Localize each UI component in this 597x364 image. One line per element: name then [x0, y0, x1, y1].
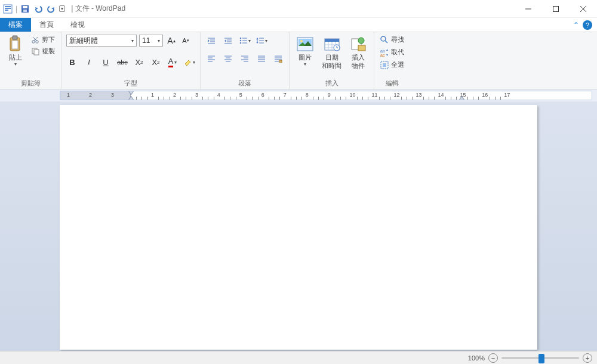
document-area [0, 101, 597, 352]
align-center-button[interactable] [222, 53, 234, 64]
tab-file[interactable]: 檔案 [0, 18, 31, 32]
ruler-area: 3211234567891011121314151617 [0, 90, 597, 101]
group-paragraph: ▾ ▾ 段落 [201, 32, 290, 89]
tab-home[interactable]: 首頁 [31, 18, 62, 32]
ribbon-tabs: 檔案 首頁 檢視 ⌃ ? [0, 18, 597, 32]
grow-font-button[interactable]: A▴ [165, 35, 177, 47]
justify-button[interactable] [256, 53, 267, 64]
group-paragraph-label: 段落 [205, 78, 284, 88]
svg-point-73 [358, 38, 364, 44]
selectall-button[interactable]: 全選 [379, 60, 405, 70]
increase-indent-button[interactable] [222, 35, 234, 47]
copy-button[interactable]: 複製 [30, 46, 56, 56]
bold-button[interactable]: B [66, 56, 78, 68]
hanging-indent-marker[interactable] [128, 95, 134, 100]
highlight-button[interactable]: ▾ [183, 56, 195, 68]
maximize-button[interactable] [542, 0, 570, 18]
replace-button[interactable]: abac 取代 [379, 47, 405, 57]
text-color-button[interactable]: A▾ [167, 56, 179, 68]
right-indent-marker[interactable] [459, 95, 464, 100]
close-button[interactable] [570, 0, 597, 18]
svg-rect-3 [5, 10, 8, 11]
replace-label: 取代 [391, 48, 404, 57]
qat-customize-dropdown[interactable]: ▾ [59, 5, 65, 12]
align-right-button[interactable] [239, 53, 251, 64]
chevron-down-icon: ▾ [304, 62, 306, 67]
document-page[interactable] [60, 105, 537, 350]
find-label: 尋找 [391, 35, 404, 44]
underline-button[interactable]: U [100, 56, 112, 68]
svg-rect-5 [23, 6, 27, 8]
svg-rect-1 [5, 6, 11, 7]
paste-icon [7, 36, 24, 53]
svg-point-75 [381, 36, 386, 41]
group-font-label: 字型 [66, 78, 195, 88]
group-font: 新細明體▾ 11▾ A▴ A▾ B I U abc X2 X2 A▾ ▾ 字型 [61, 32, 201, 89]
italic-button[interactable]: I [83, 56, 95, 68]
statusbar: 100% − + [0, 351, 597, 364]
quick-access-toolbar: | ▾ [0, 4, 65, 14]
svg-rect-63 [325, 39, 339, 42]
save-icon[interactable] [20, 4, 30, 14]
copy-label: 複製 [42, 47, 55, 55]
font-family-select[interactable]: 新細明體▾ [66, 35, 137, 47]
datetime-label-2: 和時間 [322, 62, 341, 69]
align-left-button[interactable] [205, 53, 217, 64]
calendar-icon [324, 36, 340, 53]
zoom-in-button[interactable]: + [583, 353, 592, 363]
svg-rect-6 [23, 10, 27, 12]
svg-text:ac: ac [380, 53, 385, 57]
insert-datetime-button[interactable]: 日期 和時間 [319, 35, 344, 70]
font-size-select[interactable]: 11▾ [139, 35, 163, 47]
find-button[interactable]: 尋找 [379, 35, 405, 45]
svg-line-76 [385, 41, 387, 43]
collapse-ribbon-icon[interactable]: ⌃ [573, 21, 579, 29]
ribbon: 貼上 ▾ 剪下 複製 剪貼簿 新細明體▾ 11▾ A▴ A▾ [0, 32, 597, 90]
group-clipboard-label: 剪貼簿 [5, 78, 56, 88]
selectall-label: 全選 [391, 60, 404, 69]
undo-icon[interactable] [33, 4, 44, 14]
chevron-down-icon: ▾ [14, 62, 17, 67]
svg-rect-74 [358, 45, 365, 51]
zoom-level: 100% [468, 354, 485, 362]
cut-label: 剪下 [42, 35, 55, 44]
object-icon [350, 36, 367, 53]
window-controls [515, 0, 597, 18]
titlebar: | ▾ | 文件 - WordPad [0, 0, 597, 18]
qat-separator: | [16, 5, 17, 13]
ribbon-help: ⌃ ? [573, 18, 597, 32]
decrease-indent-button[interactable] [205, 35, 217, 47]
minimize-button[interactable] [515, 0, 542, 18]
tab-view[interactable]: 檢視 [62, 18, 93, 32]
subscript-button[interactable]: X2 [133, 56, 145, 68]
help-icon[interactable]: ? [583, 20, 592, 30]
strikethrough-button[interactable]: abc [116, 56, 128, 68]
group-insert: 圖片 ▾ 日期 和時間 插入 物件 插入 [290, 32, 374, 89]
cut-button[interactable]: 剪下 [30, 35, 56, 45]
zoom-out-button[interactable]: − [488, 353, 498, 363]
paste-button[interactable]: 貼上 ▾ [5, 35, 26, 69]
insert-picture-button[interactable]: 圖片 ▾ [294, 35, 316, 69]
superscript-button[interactable]: X2 [150, 56, 162, 68]
insert-object-button[interactable]: 插入 物件 [347, 35, 369, 70]
shrink-font-button[interactable]: A▾ [180, 35, 192, 47]
svg-rect-8 [553, 6, 559, 11]
svg-point-61 [300, 40, 303, 42]
zoom-slider[interactable] [501, 357, 579, 359]
group-clipboard: 貼上 ▾ 剪下 複製 剪貼簿 [0, 32, 61, 89]
first-line-indent-marker[interactable] [128, 91, 134, 95]
selectall-icon [380, 61, 389, 69]
replace-icon: abac [380, 48, 389, 57]
redo-icon[interactable] [46, 4, 57, 14]
line-spacing-button[interactable]: ▾ [256, 35, 267, 47]
horizontal-ruler[interactable]: 3211234567891011121314151617 [60, 91, 592, 100]
svg-rect-12 [13, 36, 17, 39]
svg-point-30 [240, 42, 242, 44]
svg-text:ab: ab [380, 49, 385, 53]
zoom-slider-thumb[interactable] [538, 354, 544, 363]
svg-point-29 [240, 40, 242, 42]
paste-label: 貼上 [9, 54, 22, 61]
paragraph-dialog-button[interactable] [272, 53, 284, 64]
copy-icon [31, 47, 39, 55]
bullet-list-button[interactable]: ▾ [239, 35, 251, 47]
